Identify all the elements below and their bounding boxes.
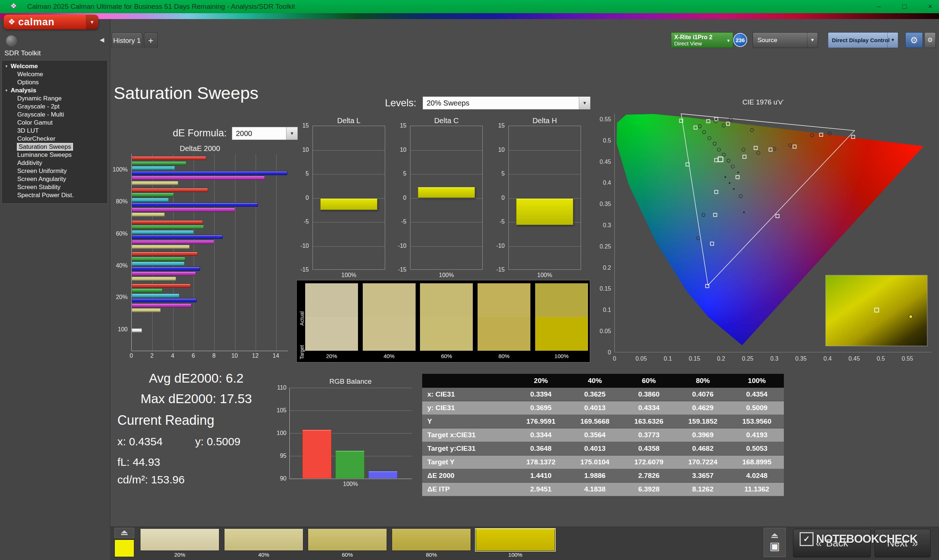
svg-text:0.2: 0.2 <box>717 355 725 362</box>
current-pattern-swatch[interactable] <box>114 540 134 557</box>
tree-group-analysis[interactable]: ▼Analysis <box>2 86 108 95</box>
next-button[interactable]: Next » <box>874 529 931 557</box>
sidebar-collapse-icon[interactable]: ◀ <box>97 35 107 45</box>
delta-h-chart <box>508 126 581 270</box>
levels-label: Levels: <box>374 97 416 109</box>
gridline <box>410 222 483 223</box>
y-tick-label: -10 <box>390 243 406 249</box>
chevron-left-icon: « <box>816 537 822 549</box>
swatch-level-label: 100% <box>535 353 588 359</box>
sidebar-item-screen-uniformity[interactable]: Screen Uniformity <box>2 167 108 175</box>
deltae-bar-yellow <box>132 181 178 185</box>
sidebar-item-colorchecker[interactable]: ColorChecker <box>2 135 108 143</box>
calman-logo-button[interactable]: ❖ calman ▼ <box>4 15 98 29</box>
sidebar-item-grayscale-multi[interactable]: Grayscale - Multi <box>2 111 108 119</box>
tab-add-button[interactable]: + <box>144 32 158 48</box>
page-title: Saturation Sweeps <box>114 83 259 103</box>
deltae-row-label: 20% <box>101 294 128 300</box>
secondary-settings-button[interactable]: ⚙ <box>924 32 936 48</box>
table-cell: 0.3344 <box>514 428 568 442</box>
deltae-bar-green <box>132 257 185 261</box>
sidebar-item-3d-lut[interactable]: 3D LUT <box>2 127 108 135</box>
rgb-bar-blue <box>368 471 398 478</box>
sidebar-item-grayscale-2pt[interactable]: Grayscale - 2pt <box>2 103 108 111</box>
sidebar-item-welcome[interactable]: Welcome <box>2 70 108 78</box>
table-cell: 6.3928 <box>622 483 675 496</box>
table-row: y: CIE310.36950.40130.43340.46290.5009 <box>422 401 784 415</box>
sidebar-item-color-gamut[interactable]: Color Gamut <box>2 119 108 127</box>
pattern-swatch-80%[interactable] <box>392 529 471 551</box>
close-button[interactable]: × <box>921 0 939 13</box>
table-row: Target y:CIE310.36480.40130.43580.46820.… <box>422 442 784 455</box>
sidebar-item-options[interactable]: Options <box>2 78 108 86</box>
source-dropdown[interactable]: Source ▼ <box>752 32 818 48</box>
delta-h-title: Delta H <box>508 117 581 125</box>
meter-dropdown[interactable]: X-Rite i1Pro 2 Direct View ▼ <box>671 32 733 48</box>
sidebar-item-luminance-sweeps[interactable]: Luminance Sweeps <box>2 151 108 159</box>
deltae-bar-magenta <box>132 240 214 244</box>
tab-history-1[interactable]: History 1 <box>111 32 142 48</box>
settings-gear-button[interactable]: ⚙ <box>905 32 923 48</box>
sidebar-item-additivity[interactable]: Additivity <box>2 159 108 167</box>
levels-dropdown[interactable]: 20% Sweeps ▼ <box>422 96 591 109</box>
gridline <box>313 150 385 151</box>
back-button[interactable]: « Back <box>793 529 871 557</box>
table-cell: 0.4682 <box>676 442 730 455</box>
deltae-bar-magenta <box>132 303 191 308</box>
pattern-swatch-20%[interactable] <box>140 529 219 551</box>
sidebar-orb-button[interactable] <box>6 35 17 46</box>
deltae-bar-yellow <box>132 277 176 281</box>
svg-text:0.45: 0.45 <box>600 159 611 165</box>
pattern-swatch-100%[interactable] <box>476 529 555 551</box>
de-formula-dropdown[interactable]: 2000 ▼ <box>232 127 298 140</box>
table-cell: 0.4354 <box>730 388 784 401</box>
row-label: ΔE ITP <box>422 483 514 496</box>
minimize-button[interactable]: – <box>870 0 888 13</box>
avg-de2000: Avg dE2000: 6.2 <box>110 371 282 386</box>
tree-group-welcome[interactable]: ▼Welcome <box>2 62 108 70</box>
deltae-bar-red <box>132 156 206 160</box>
svg-text:0.1: 0.1 <box>664 355 672 362</box>
y-tick-label: 90 <box>270 475 287 482</box>
de-formula-label: dE Formula: <box>161 128 227 139</box>
maximize-button[interactable]: □ <box>896 0 913 13</box>
deltae2000-chart-title: DeltaE 2000 <box>139 145 261 153</box>
sidebar-item-dynamic-range[interactable]: Dynamic Range <box>2 95 108 103</box>
sidebar-item-screen-angularity[interactable]: Screen Angularity <box>2 175 108 183</box>
row-label: x: CIE31 <box>422 388 514 401</box>
svg-text:0.1: 0.1 <box>603 307 611 313</box>
eject-icon <box>121 530 128 535</box>
sidebar-item-spectral-power-dist[interactable]: Spectral Power Dist. <box>2 191 108 199</box>
display-control-dropdown[interactable]: Direct Display Control ▼ <box>828 32 898 48</box>
svg-text:0.3: 0.3 <box>770 355 778 362</box>
y-tick-label: -15 <box>390 266 406 273</box>
y-tick-label: 15 <box>293 122 309 129</box>
y-tick-label: 0 <box>390 195 406 201</box>
rgb-bar-green <box>335 451 365 478</box>
svg-text:0.35: 0.35 <box>600 201 611 207</box>
x-tick-label: 0 <box>128 352 135 359</box>
rgb-balance-xlabel: 100% <box>290 481 412 488</box>
pattern-eject-button[interactable] <box>114 528 134 538</box>
deltae-bar-red <box>132 220 203 224</box>
table-cell: 2.7826 <box>622 469 675 483</box>
sidebar-item-screen-stability[interactable]: Screen Stability <box>2 183 108 191</box>
pattern-window-button[interactable]: ▣ <box>764 528 786 557</box>
chevron-down-icon: ▼ <box>807 32 817 48</box>
table-cell: 0.3695 <box>514 401 568 415</box>
y-tick-label: -15 <box>293 266 309 273</box>
table-cell: 0.3394 <box>514 388 568 401</box>
levels-value: 20% Sweeps <box>427 99 470 107</box>
sidebar-item-saturation-sweeps[interactable]: Saturation Sweeps <box>2 143 108 151</box>
table-cell: 172.6079 <box>622 455 675 469</box>
logo-menu-arrow-icon[interactable]: ▼ <box>86 15 98 29</box>
gridline <box>290 388 412 388</box>
pattern-swatch-40%[interactable] <box>224 529 303 551</box>
measured-dot-marker <box>743 211 745 213</box>
x-tick-label: 12 <box>251 352 259 359</box>
y-tick-label: 0 <box>293 195 309 201</box>
pattern-swatch-60%[interactable] <box>308 529 387 551</box>
target-swatch-100% <box>535 317 588 351</box>
table-cell: 175.0104 <box>568 455 622 469</box>
table-header: 100% <box>730 374 784 388</box>
